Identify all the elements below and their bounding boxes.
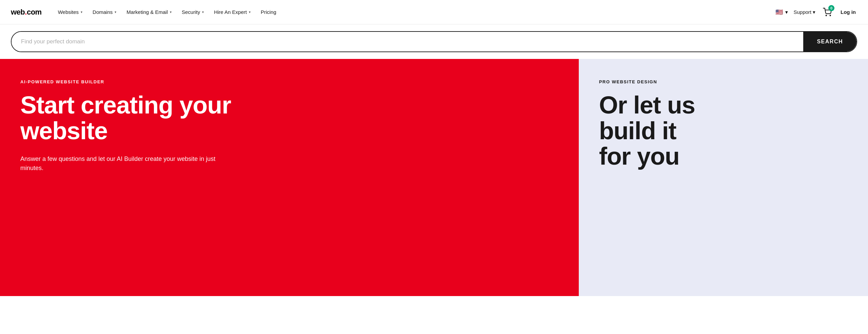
search-input[interactable] xyxy=(12,32,803,51)
nav-item-websites[interactable]: Websites ▾ xyxy=(54,6,86,18)
svg-point-1 xyxy=(830,15,831,16)
hero-section: AI-POWERED WEBSITE BUILDER Start creatin… xyxy=(0,59,868,296)
nav-label-domains: Domains xyxy=(93,9,113,15)
hero-right-heading-line1: Or let us xyxy=(599,91,695,119)
chevron-down-icon: ▾ xyxy=(202,10,204,14)
navbar: web.com Websites ▾ Domains ▾ Marketing &… xyxy=(0,0,868,24)
hero-left-heading: Start creating your website xyxy=(20,92,558,144)
hero-right-heading-line2: build it xyxy=(599,117,676,144)
nav-label-pricing: Pricing xyxy=(261,9,276,15)
hero-right-heading: Or let us build it for you xyxy=(599,92,851,169)
nav-label-websites: Websites xyxy=(58,9,79,15)
hero-left-tag: AI-POWERED WEBSITE BUILDER xyxy=(20,79,558,84)
hero-left-heading-line1: Start creating your xyxy=(20,91,231,119)
cart-badge: 0 xyxy=(828,5,834,11)
nav-item-hire[interactable]: Hire An Expert ▾ xyxy=(210,6,255,18)
search-button-label: SEARCH xyxy=(817,39,843,44)
hero-left-subtext: Answer a few questions and let our AI Bu… xyxy=(20,154,217,173)
chevron-down-icon: ▾ xyxy=(785,9,788,15)
logo[interactable]: web.com xyxy=(11,8,42,17)
nav-item-domains[interactable]: Domains ▾ xyxy=(88,6,120,18)
nav-label-marketing: Marketing & Email xyxy=(126,9,168,15)
chevron-down-icon: ▾ xyxy=(170,10,172,14)
login-label: Log in xyxy=(841,9,856,15)
chevron-down-icon: ▾ xyxy=(249,10,251,14)
nav-links: Websites ▾ Domains ▾ Marketing & Email ▾… xyxy=(54,6,775,18)
flag-emoji: 🇺🇸 xyxy=(775,8,783,16)
nav-right: 🇺🇸 ▾ Support ▾ 0 Log in xyxy=(774,6,857,19)
search-button[interactable]: SEARCH xyxy=(803,32,856,51)
nav-label-security: Security xyxy=(182,9,200,15)
hero-left-panel[interactable]: AI-POWERED WEBSITE BUILDER Start creatin… xyxy=(0,59,579,296)
flag-selector[interactable]: 🇺🇸 ▾ xyxy=(774,7,788,17)
hero-right-heading-line3: for you xyxy=(599,143,679,170)
chevron-down-icon: ▾ xyxy=(81,10,82,14)
search-section: SEARCH xyxy=(0,24,868,59)
svg-point-0 xyxy=(826,15,827,16)
cart-count: 0 xyxy=(830,6,832,10)
nav-item-marketing[interactable]: Marketing & Email ▾ xyxy=(122,6,176,18)
support-label: Support xyxy=(793,9,811,15)
hero-right-panel[interactable]: PRO WEBSITE DESIGN Or let us build it fo… xyxy=(579,59,868,296)
hero-left-heading-line2: website xyxy=(20,117,107,144)
cart-button[interactable]: 0 xyxy=(821,6,834,19)
chevron-down-icon: ▾ xyxy=(813,9,815,15)
nav-item-pricing[interactable]: Pricing xyxy=(257,6,280,18)
nav-item-security[interactable]: Security ▾ xyxy=(178,6,208,18)
login-button[interactable]: Log in xyxy=(839,6,857,18)
flag-icon: 🇺🇸 xyxy=(774,7,784,17)
chevron-down-icon: ▾ xyxy=(115,10,116,14)
search-bar: SEARCH xyxy=(11,31,857,52)
nav-label-hire: Hire An Expert xyxy=(214,9,247,15)
logo-text: web xyxy=(11,8,25,17)
hero-right-tag: PRO WEBSITE DESIGN xyxy=(599,79,851,84)
support-link[interactable]: Support ▾ xyxy=(793,9,815,15)
logo-com: com xyxy=(27,8,42,17)
